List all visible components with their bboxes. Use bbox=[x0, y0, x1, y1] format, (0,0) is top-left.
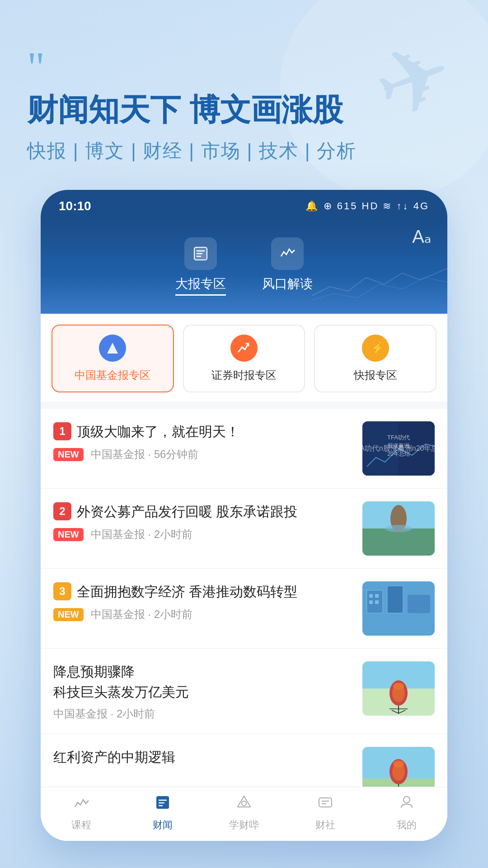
nav-caijian-icon bbox=[155, 794, 171, 815]
news-badge-1: NEW bbox=[53, 448, 84, 461]
nav-item-caijian[interactable]: 财闻 bbox=[122, 794, 203, 832]
svg-text:TFA叻代: TFA叻代 bbox=[387, 434, 410, 441]
news-rank-1: 1 bbox=[53, 422, 71, 440]
nav-kecheng-label: 课程 bbox=[71, 818, 91, 832]
tab-daibao-icon bbox=[184, 237, 217, 270]
news-meta-1: NEW 中国基金报 · 56分钟前 bbox=[53, 447, 353, 462]
svg-text:⚡: ⚡ bbox=[371, 341, 383, 354]
category-zhengquan[interactable]: 证券时报专区 bbox=[183, 325, 305, 392]
news-title-5: 红利资产的中期逻辑 bbox=[53, 747, 353, 767]
svg-rect-23 bbox=[369, 594, 373, 598]
tab-fengkou[interactable]: 风口解读 bbox=[262, 237, 313, 296]
news-source-3: 中国基金报 · 2小时前 bbox=[91, 607, 192, 622]
svg-rect-9 bbox=[362, 421, 399, 476]
news-thumb-2 bbox=[362, 501, 435, 556]
svg-point-40 bbox=[393, 760, 404, 768]
category-zhengquan-icon bbox=[230, 335, 258, 362]
tab-daibao[interactable]: 大报专区 bbox=[175, 237, 226, 296]
news-content-2: 2 外资公募产品发行回暖 股东承诺跟投 NEW 中国基金报 · 2小时前 bbox=[53, 501, 353, 542]
news-badge-3: NEW bbox=[53, 608, 84, 621]
nav-item-caijie[interactable]: 财社 bbox=[285, 794, 366, 832]
category-zhengquan-label: 证券时报专区 bbox=[211, 368, 277, 382]
news-item-4[interactable]: 降息预期骤降科技巨头蒸发万亿美元 中国基金报 · 2小时前 bbox=[41, 649, 447, 734]
category-bar: 中国基金报专区 证券时报专区 ⚡ bbox=[41, 314, 447, 401]
news-rank-3: 3 bbox=[53, 582, 71, 600]
news-meta-4: 中国基金报 · 2小时前 bbox=[53, 707, 353, 721]
svg-rect-49 bbox=[319, 798, 332, 807]
status-icons: 🔔 ⊕ 615 HD ≋ ↑↓ 4G bbox=[305, 200, 429, 212]
news-title-2: 外资公募产品发行回暖 股东承诺跟投 bbox=[77, 501, 297, 522]
bottom-nav: 课程 财闻 bbox=[41, 787, 447, 841]
app-header-area: " 财闻知天下 博文画涨股 快报 | 博文 | 财经 | 市场 | 技术 | 分… bbox=[27, 54, 461, 164]
svg-rect-25 bbox=[369, 600, 373, 604]
news-item-3[interactable]: 3 全面拥抱数字经济 香港推动数码转型 NEW 中国基金报 · 2小时前 bbox=[41, 569, 447, 649]
svg-marker-4 bbox=[107, 343, 118, 354]
news-thumb-4 bbox=[362, 661, 435, 716]
svg-rect-26 bbox=[375, 600, 379, 604]
news-content-4: 降息预期骤降科技巨头蒸发万亿美元 中国基金报 · 2小时前 bbox=[53, 661, 353, 721]
news-thumb-5 bbox=[362, 747, 435, 787]
news-title-4: 降息预期骤降科技巨头蒸发万亿美元 bbox=[53, 661, 353, 702]
svg-point-35 bbox=[393, 683, 404, 690]
news-title-3: 全面拥抱数字经济 香港推动数码转型 bbox=[77, 581, 297, 602]
news-source-1: 中国基金报 · 56分钟前 bbox=[91, 447, 199, 462]
nav-kecheng-icon bbox=[73, 794, 89, 815]
svg-rect-20 bbox=[387, 586, 403, 613]
phone-inner: 10:10 🔔 ⊕ 615 HD ≋ ↑↓ 4G Aₐ 大报专区 bbox=[41, 190, 447, 841]
nav-item-mine[interactable]: 我的 bbox=[366, 794, 447, 832]
news-thumb-3 bbox=[362, 581, 435, 636]
svg-point-48 bbox=[242, 801, 246, 806]
news-list: 1 顶级大咖来了，就在明天！ NEW 中国基金报 · 56分钟前 TFA叻代 bbox=[41, 409, 447, 787]
category-kuaibao[interactable]: ⚡ 快报专区 bbox=[314, 325, 436, 392]
app-tagline: 财闻知天下 博文画涨股 bbox=[27, 90, 461, 129]
quote-mark-icon: " bbox=[27, 54, 461, 80]
svg-rect-22 bbox=[408, 595, 430, 613]
category-kuaibao-icon: ⚡ bbox=[362, 335, 389, 362]
nav-xuecaibi-label: 学财哔 bbox=[229, 818, 259, 832]
category-kuaibao-label: 快报专区 bbox=[354, 368, 397, 382]
news-thumb-1: TFA叻代 股涨赢洲 20年总结 bbox=[362, 421, 435, 476]
category-jijin[interactable]: 中国基金报专区 bbox=[52, 325, 174, 392]
news-source-2: 中国基金报 · 2小时前 bbox=[91, 527, 192, 542]
news-item-5[interactable]: 红利资产的中期逻辑 bbox=[41, 734, 447, 787]
svg-rect-24 bbox=[375, 594, 379, 598]
news-source-4: 中国基金报 · 2小时前 bbox=[53, 707, 155, 721]
chart-decoration bbox=[312, 259, 447, 314]
content-area: 中国基金报专区 证券时报专区 ⚡ bbox=[41, 314, 447, 787]
news-meta-3: NEW 中国基金报 · 2小时前 bbox=[53, 607, 353, 622]
font-size-icon[interactable]: Aₐ bbox=[412, 226, 432, 247]
nav-item-kecheng[interactable]: 课程 bbox=[41, 794, 122, 832]
news-badge-2: NEW bbox=[53, 528, 84, 541]
news-title-row-1: 1 顶级大咖来了，就在明天！ bbox=[53, 421, 353, 442]
news-rank-2: 2 bbox=[53, 502, 71, 520]
phone-mockup: 10:10 🔔 ⊕ 615 HD ≋ ↑↓ 4G Aₐ 大报专区 bbox=[41, 190, 447, 841]
news-content-1: 1 顶级大咖来了，就在明天！ NEW 中国基金报 · 56分钟前 bbox=[53, 421, 353, 462]
tab-fengkou-icon bbox=[271, 237, 304, 270]
category-jijin-label: 中国基金报专区 bbox=[75, 368, 150, 382]
news-title-row-3: 3 全面拥抱数字经济 香港推动数码转型 bbox=[53, 581, 353, 602]
tab-daibao-label: 大报专区 bbox=[175, 275, 226, 296]
svg-point-52 bbox=[404, 797, 410, 803]
news-content-3: 3 全面拥抱数字经济 香港推动数码转型 NEW 中国基金报 · 2小时前 bbox=[53, 581, 353, 622]
nav-caijie-label: 财社 bbox=[315, 818, 335, 832]
nav-item-xuecaibi[interactable]: 学财哔 bbox=[203, 794, 285, 832]
status-time: 10:10 bbox=[59, 199, 91, 213]
nav-mine-label: 我的 bbox=[397, 818, 417, 832]
news-title-1: 顶级大咖来了，就在明天！ bbox=[77, 421, 239, 442]
svg-rect-14 bbox=[362, 528, 435, 556]
svg-point-16 bbox=[385, 525, 412, 532]
app-categories: 快报 | 博文 | 财经 | 市场 | 技术 | 分析 bbox=[27, 138, 461, 164]
nav-caijie-icon bbox=[317, 794, 333, 815]
app-header: Aₐ 大报专区 bbox=[41, 219, 447, 314]
tab-fengkou-label: 风口解读 bbox=[262, 275, 313, 292]
news-item-2[interactable]: 2 外资公募产品发行回暖 股东承诺跟投 NEW 中国基金报 · 2小时前 bbox=[41, 489, 447, 569]
news-content-5: 红利资产的中期逻辑 bbox=[53, 747, 353, 767]
nav-caijian-label: 财闻 bbox=[153, 818, 173, 832]
status-bar: 10:10 🔔 ⊕ 615 HD ≋ ↑↓ 4G bbox=[41, 190, 447, 219]
news-title-row-2: 2 外资公募产品发行回暖 股东承诺跟投 bbox=[53, 501, 353, 522]
svg-text:股涨赢洲: 股涨赢洲 bbox=[388, 443, 409, 449]
nav-mine-icon bbox=[399, 794, 415, 815]
nav-xuecaibi-icon bbox=[236, 794, 252, 815]
category-jijin-icon bbox=[99, 335, 126, 362]
news-item-1[interactable]: 1 顶级大咖来了，就在明天！ NEW 中国基金报 · 56分钟前 TFA叻代 bbox=[41, 409, 447, 489]
